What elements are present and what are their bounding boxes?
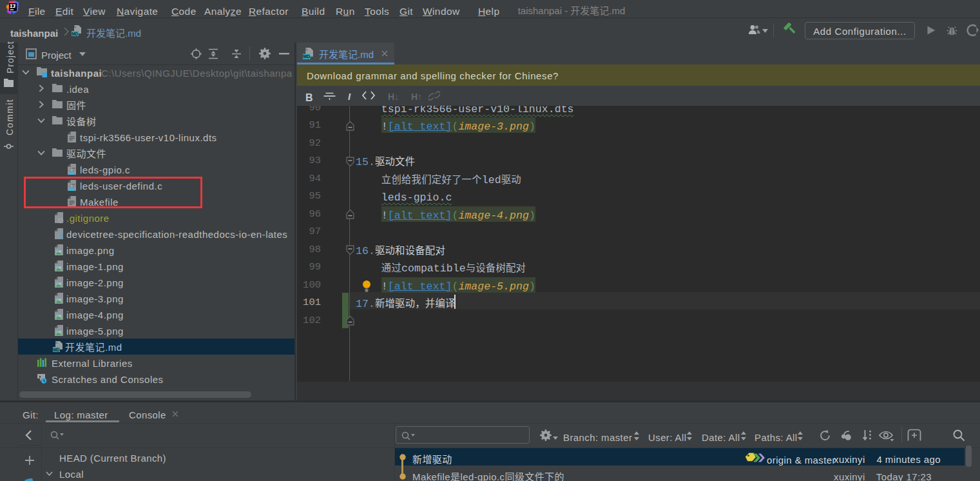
svg-text:MD: MD bbox=[72, 32, 78, 36]
svg-text:MD: MD bbox=[53, 348, 59, 352]
svg-text:?: ? bbox=[59, 233, 63, 240]
svg-text:MD: MD bbox=[303, 54, 310, 59]
